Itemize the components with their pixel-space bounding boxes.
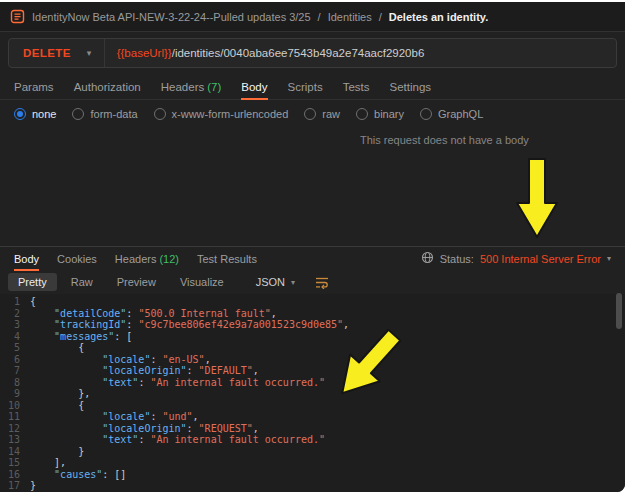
tab-settings[interactable]: Settings xyxy=(390,74,432,99)
method-selector[interactable]: DELETE ▾ xyxy=(9,39,105,67)
chevron-down-icon: ▾ xyxy=(291,278,295,287)
body-type-selector: none form-data x-www-form-urlencoded raw… xyxy=(0,100,625,128)
response-tab-headers[interactable]: Headers(12) xyxy=(115,247,179,270)
breadcrumb-separator: / xyxy=(318,11,321,23)
breadcrumb-separator: / xyxy=(379,11,382,23)
view-raw-button[interactable]: Raw xyxy=(61,273,103,291)
tab-headers[interactable]: Headers(7) xyxy=(161,74,222,99)
radio-selected-icon xyxy=(14,108,26,120)
url-variable: {{baseUrl}} xyxy=(117,47,172,59)
radio-icon xyxy=(356,108,368,120)
radio-icon xyxy=(154,108,166,120)
request-body-panel: This request does not have a body xyxy=(0,128,625,246)
breadcrumb: IdentityNow Beta API-NEW-3-22-24--Pulled… xyxy=(0,2,625,32)
tab-authorization[interactable]: Authorization xyxy=(74,74,141,99)
empty-body-message: This request does not have a body xyxy=(360,134,529,146)
status-label: Status: xyxy=(440,253,474,265)
chevron-down-icon: ▾ xyxy=(607,254,611,263)
body-type-raw[interactable]: raw xyxy=(304,108,340,120)
radio-icon xyxy=(420,108,432,120)
request-tabs: Params Authorization Headers(7) Body Scr… xyxy=(0,74,625,100)
tab-scripts[interactable]: Scripts xyxy=(288,74,323,99)
postman-window: IdentityNow Beta API-NEW-3-22-24--Pulled… xyxy=(0,2,625,492)
response-tab-test-results[interactable]: Test Results xyxy=(197,247,257,270)
wrap-lines-icon[interactable] xyxy=(315,276,329,289)
chevron-down-icon: ▾ xyxy=(87,48,92,58)
tab-body[interactable]: Body xyxy=(241,74,267,99)
body-type-form-data[interactable]: form-data xyxy=(72,108,137,120)
view-pretty-button[interactable]: Pretty xyxy=(8,273,57,291)
tab-tests[interactable]: Tests xyxy=(343,74,370,99)
breadcrumb-folder[interactable]: Identities xyxy=(328,11,372,23)
view-visualize-button[interactable]: Visualize xyxy=(170,273,234,291)
response-headers-count-badge: (12) xyxy=(159,253,179,265)
breadcrumb-collection[interactable]: IdentityNow Beta API-NEW-3-22-24--Pulled… xyxy=(32,11,311,23)
response-tab-body[interactable]: Body xyxy=(14,247,39,270)
response-meta: Status: 500 Internal Server Error ▾ xyxy=(421,247,611,270)
response-view-toolbar: Pretty Raw Preview Visualize JSON ▾ xyxy=(0,270,625,294)
body-type-binary[interactable]: binary xyxy=(356,108,404,120)
forum-post-background: IdentityNow Beta API-NEW-3-22-24--Pulled… xyxy=(0,0,631,500)
radio-icon xyxy=(72,108,84,120)
url-input[interactable]: {{baseUrl}}/identities/0040aba6ee7543b49… xyxy=(105,39,437,67)
radio-icon xyxy=(304,108,316,120)
status-badge[interactable]: 500 Internal Server Error xyxy=(480,253,601,265)
breadcrumb-request-name: Deletes an identity. xyxy=(389,11,488,23)
url-path: /identities/0040aba6ee7543b49a2e74aacf29… xyxy=(172,47,425,59)
network-icon[interactable] xyxy=(421,251,434,266)
format-dropdown[interactable]: JSON ▾ xyxy=(248,273,303,291)
view-preview-button[interactable]: Preview xyxy=(107,273,166,291)
code-gutter: 1234567891011121314151617 xyxy=(0,296,30,492)
response-tabs: Body Cookies Headers(12) Test Results St… xyxy=(0,246,625,270)
code-lines[interactable]: { "detailCode": "500.0 Internal fault", … xyxy=(30,296,625,492)
scrollbar[interactable] xyxy=(616,293,622,329)
body-type-graphql[interactable]: GraphQL xyxy=(420,108,483,120)
response-body-viewer[interactable]: 1234567891011121314151617 { "detailCode"… xyxy=(0,294,625,492)
headers-count-badge: (7) xyxy=(207,81,221,93)
method-label: DELETE xyxy=(23,47,71,59)
body-type-none[interactable]: none xyxy=(14,108,56,120)
body-type-urlencoded[interactable]: x-www-form-urlencoded xyxy=(154,108,289,120)
response-tab-cookies[interactable]: Cookies xyxy=(57,247,97,270)
url-bar: DELETE ▾ {{baseUrl}}/identities/0040aba6… xyxy=(8,38,617,68)
collection-icon xyxy=(10,9,25,24)
tab-params[interactable]: Params xyxy=(14,74,54,99)
request-url-row: DELETE ▾ {{baseUrl}}/identities/0040aba6… xyxy=(0,32,625,74)
